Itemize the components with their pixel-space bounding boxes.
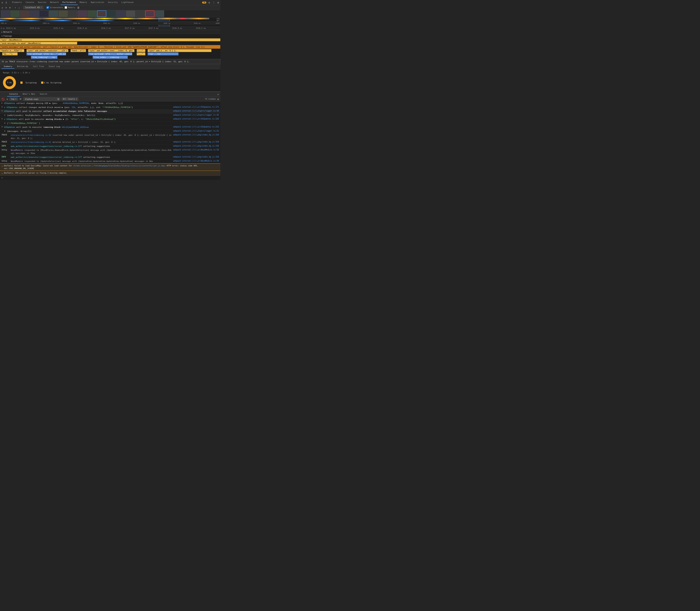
log-entry[interactable]: ▶ {messages: Array(2)} webpack-internal:… — [0, 130, 220, 134]
timings-track-header[interactable]: ▼ Timings — [0, 34, 220, 38]
tab-console[interactable]: Console — [24, 0, 36, 5]
expand-icon[interactable]: ▼ — [1, 110, 3, 112]
log-source[interactable]: webpack-internal:////…elpers/logger.ts:5… — [173, 130, 219, 132]
level-selector[interactable]: All levels ▾ — [61, 98, 78, 101]
tab-bottom-up[interactable]: Bottom-Up — [15, 64, 30, 69]
tab-call-tree[interactable]: Call Tree — [31, 64, 46, 69]
flame-block[interactable]: "sync" web_author::exec...index: 0, gen:… — [88, 49, 134, 52]
console-settings-icon[interactable]: ⚙ — [217, 97, 219, 101]
expand-icon[interactable]: ▶ — [1, 102, 3, 104]
flame-block[interactable]: "send messages to wasm" [WasmModule] — [0, 42, 77, 45]
legend-scripting-ms: 5 ms Scripting — [41, 81, 61, 84]
log-entry[interactable]: ▼ UIUpdates will push to executor removi… — [0, 125, 220, 130]
log-source[interactable]: webpack-internal:////…or/UIUpdates.ts:17… — [173, 106, 219, 108]
log-source[interactable]: webpack-internal:////…elpers/logger.ts:4… — [173, 110, 219, 112]
flame-block[interactable]: "handle m...PZUA")) — [0, 49, 24, 52]
stop-button[interactable]: ⊗ — [9, 6, 11, 10]
memory-checkbox[interactable] — [65, 6, 67, 9]
tab-application[interactable]: Application — [89, 0, 106, 5]
tab-elements[interactable]: Elements — [10, 0, 24, 5]
tab-memory[interactable]: Memory — [78, 0, 89, 5]
console-clear-icon[interactable]: 🚫 — [1, 97, 5, 101]
memory-checkbox-label[interactable]: Memory — [65, 6, 75, 9]
expand-icon[interactable]: ▼ — [1, 118, 3, 120]
log-source[interactable]: webpack-internal:////…or/WasmModule.ts:5… — [173, 160, 219, 162]
url-dropdown-icon[interactable]: ▾ — [41, 6, 42, 9]
log-source[interactable]: webpack-internal:////…or/UIUpdates.ts:23… — [173, 126, 219, 128]
console-filter-input[interactable] — [23, 98, 60, 101]
log-entry[interactable]: ▶ UIUpdates collect changes moving UID ▶… — [0, 102, 220, 106]
expand-icon[interactable]: ▶ — [4, 114, 5, 116]
context-selector[interactable]: top ▾ — [10, 98, 18, 101]
flame-block[interactable]: "..." — [137, 53, 146, 55]
log-source[interactable]: webpack-internal:////…elpers/logger.ts:4… — [173, 114, 219, 116]
flame-chart[interactable]: "sync" [WasmModule] "send messages to wa… — [0, 38, 220, 59]
settings-icon[interactable]: ⚙ — [208, 1, 211, 4]
log-entry[interactable]: ▼ UIUpdates will push to executor collec… — [0, 109, 220, 114]
timeline-area[interactable]: CPU NET 500 ms 1000 ms 1500 ms 2000 ms 2… — [0, 17, 220, 27]
delete-recording-button[interactable]: 🗑 — [77, 6, 80, 10]
screenshots-checkbox[interactable] — [46, 6, 49, 9]
flame-block[interactable]: "sync" [WasmModule] — [0, 38, 220, 41]
log-entry[interactable]: ▶ {additionsAcc: KeyEqBuckets, movesAcc:… — [0, 114, 220, 118]
log-entry-debug-2[interactable]: debug WasmModule responded to [UpdateSel… — [0, 160, 220, 164]
reload-button[interactable]: ↺ — [1, 6, 3, 10]
eye-icon[interactable]: 👁 — [19, 97, 22, 101]
inspect-icon[interactable]: ⊙ — [1, 1, 4, 4]
flame-block[interactable]: "run ...tor — [148, 53, 179, 55]
flame-block[interactable]: "run workload 'after ev..." web_author::… — [27, 53, 66, 55]
log-entry[interactable]: ▼ v UIUpdates collect changes marked blo… — [0, 106, 220, 110]
warning-count-badge[interactable]: 78 — [202, 1, 206, 3]
upload-button[interactable]: ↑ — [14, 6, 16, 10]
log-entry[interactable]: ▶ ["r7KhN9mXQD6qa_FHYMPZUA" ] — [0, 121, 220, 125]
console-input[interactable] — [4, 177, 219, 179]
console-close-button[interactable]: ✕ — [217, 93, 219, 96]
console-tab-search[interactable]: Search — [37, 92, 49, 96]
log-entry-info[interactable]: INFO web_author/src/executor/suggestions… — [0, 145, 220, 149]
tab-network[interactable]: Network — [48, 0, 61, 5]
log-source[interactable]: webpack-internal:////…pkg/index_bg.js:31… — [173, 145, 219, 147]
flame-block[interactable]: "mo..."); — [2, 53, 18, 55]
tab-performance[interactable]: Performance — [61, 0, 78, 5]
console-tab-whats-new[interactable]: What's New — [20, 92, 37, 96]
flame-block[interactable]: "sync" web_a...en: 0 } }; — [148, 49, 212, 52]
flame-block[interactable]: "sync" web_author::executor ...yId { ind… — [27, 49, 69, 52]
tab-event-log[interactable]: Event Log — [47, 64, 62, 69]
flame-block-handle-messages[interactable]: "handle_messages" web_author::executor s… — [0, 45, 220, 49]
console-filter-icon[interactable]: ⊘ — [6, 97, 8, 101]
expand-icon[interactable]: ▶ — [4, 130, 5, 132]
filter-clear-button[interactable]: ✕ — [57, 98, 60, 101]
flame-block[interactable]: "..." — [137, 49, 146, 52]
screenshots-checkbox-label[interactable]: Screenshots — [46, 6, 63, 9]
flame-block[interactable]: "tree_index....indexing — [93, 56, 128, 59]
log-source[interactable]: webpack-internal:////…or/UIUpdates.ts:22… — [173, 118, 219, 120]
log-entry[interactable]: ▼ v UIUpdates will push to executor movi… — [0, 117, 220, 121]
log-entry-trace[interactable]: TRACE storycore/src/tree/indexing.rs:41 … — [0, 140, 220, 145]
device-icon[interactable]: ⧖ — [5, 1, 8, 4]
tab-security[interactable]: Security — [106, 0, 120, 5]
log-source[interactable]: webpack-internal:////…pkg/index_bg.js:31… — [173, 156, 219, 158]
expand-icon[interactable]: ▶ — [4, 122, 5, 124]
network-track-header[interactable]: ▶ Network — [0, 30, 220, 34]
console-tab-console[interactable]: Console — [7, 92, 20, 96]
tab-summary[interactable]: Summary — [1, 64, 14, 69]
flame-block[interactable]: "tree_indexing"...ree::indexing — [31, 56, 57, 59]
log-entry-info-2[interactable]: INFO web_author/src/executor/suggestions… — [0, 155, 220, 160]
log-entry-debug[interactable]: debug WasmModule responded to [MoveBlock… — [0, 148, 220, 155]
expand-icon[interactable]: ▼ — [1, 106, 3, 108]
dock-icon[interactable]: ⊞ — [217, 1, 219, 4]
tab-sources[interactable]: Sources — [36, 0, 48, 5]
log-source[interactable]: webpack-internal:////…pkg/index_bg.js:31… — [173, 141, 219, 143]
flame-block[interactable]: "run workload 'afte...__ author::executo… — [88, 53, 132, 55]
flame-block[interactable]: "hand...w")) — [71, 49, 86, 52]
log-source[interactable]: webpack-internal:////…or/WasmModule.ts:5… — [173, 149, 219, 151]
download-button[interactable]: ↓ — [18, 6, 20, 10]
tab-lighthouse[interactable]: Lighthouse — [120, 0, 136, 5]
console-drag-handle[interactable]: ⋮⋮ — [1, 93, 5, 95]
console-log-area[interactable]: ▶ UIUpdates collect changes moving UID ▶… — [0, 102, 220, 163]
log-source[interactable]: webpack-internal:////…pkg/index_bg.js:31… — [173, 134, 219, 136]
expand-icon[interactable]: ▼ — [1, 126, 3, 128]
clear-button[interactable]: ⊘ — [5, 6, 7, 10]
log-entry-trace[interactable]: TRACE storycore/src/tree/indexing.rs:52 … — [0, 133, 220, 140]
more-menu-icon[interactable]: ⋮ — [212, 1, 215, 4]
